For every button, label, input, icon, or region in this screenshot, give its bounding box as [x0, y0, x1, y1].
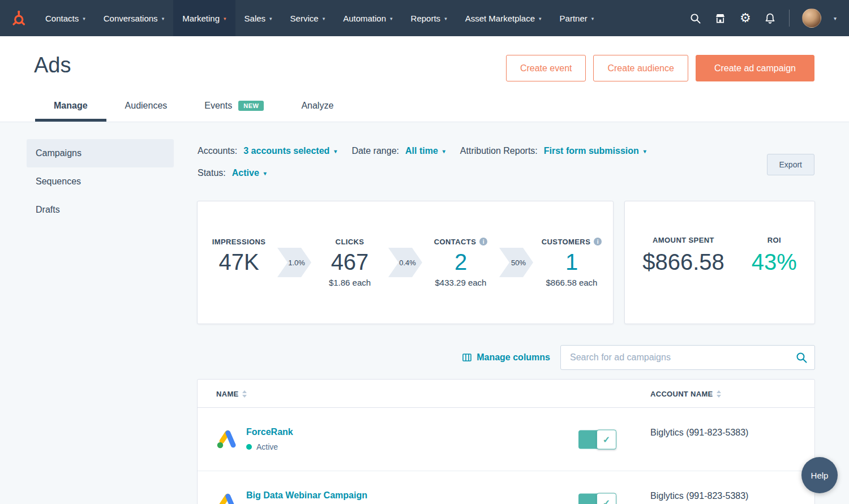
page-tabs: Manage Audiences EventsNEW Analyze — [35, 92, 352, 122]
search-icon[interactable] — [689, 12, 702, 24]
notifications-bell-icon[interactable] — [764, 12, 777, 24]
filter-row: Accounts: 3 accounts selected▾ Date rang… — [198, 146, 661, 156]
content-area: Campaigns Sequences Drafts Accounts: 3 a… — [0, 122, 849, 504]
toggle-check-icon: ✓ — [597, 493, 616, 504]
nav-item-contacts[interactable]: Contacts▾ — [36, 0, 95, 36]
status-filter-dropdown[interactable]: Active▾ — [232, 168, 267, 178]
account-name-cell: Biglytics (991-823-5383) — [650, 491, 748, 501]
campaign-toggle[interactable]: ✓ — [578, 430, 616, 449]
create-audience-button[interactable]: Create audience — [593, 55, 688, 81]
manage-columns-button[interactable]: Manage columns — [462, 352, 550, 363]
marketplace-icon[interactable] — [714, 12, 727, 24]
accounts-filter-dropdown[interactable]: 3 accounts selected▾ — [243, 146, 337, 156]
attribution-filter-value: First form submission — [544, 146, 639, 156]
nav-label: Conversations — [104, 14, 158, 23]
settings-gear-icon[interactable]: ⚙ — [739, 12, 752, 24]
column-header-account-name[interactable]: ACCOUNT NAME — [650, 380, 721, 408]
sidebar-item-sequences[interactable]: Sequences — [27, 167, 174, 196]
nav-label: Asset Marketplace — [465, 14, 535, 23]
amount-spent-value: $866.58 — [642, 247, 724, 277]
create-ad-campaign-button[interactable]: Create ad campaign — [696, 55, 814, 81]
export-button[interactable]: Export — [767, 154, 814, 175]
table-row: ForceRank Active ✓ Biglytics (991-823-53… — [198, 408, 814, 471]
contacts-value[interactable]: 2 — [454, 247, 467, 277]
toggle-check-icon: ✓ — [597, 429, 616, 449]
status-filter-value: Active — [232, 168, 259, 178]
nav-item-reports[interactable]: Reports▾ — [402, 0, 456, 36]
status-filter-label: Status: — [198, 168, 226, 178]
customers-value[interactable]: 1 — [565, 247, 578, 277]
sidebar-item-drafts[interactable]: Drafts — [27, 196, 174, 224]
nav-item-service[interactable]: Service▾ — [281, 0, 335, 36]
create-event-button[interactable]: Create event — [506, 55, 586, 81]
sidebar-item-campaigns[interactable]: Campaigns — [27, 139, 174, 167]
sort-icon — [717, 390, 721, 398]
info-icon[interactable]: i — [479, 238, 487, 245]
date-range-filter-label: Date range: — [351, 146, 399, 156]
funnel-rate-chevron: 1.0% — [277, 248, 311, 277]
customers-each: $866.58 each — [546, 278, 598, 289]
customers-label: CUSTOMERSi — [542, 236, 602, 247]
table-row: Big Data Webinar Campaign Active ✓ Bigly… — [198, 471, 814, 504]
clicks-label: CLICKS — [336, 236, 365, 247]
accounts-filter-value: 3 accounts selected — [243, 146, 329, 156]
chevron-down-icon: ▾ — [224, 16, 226, 21]
nav-label: Automation — [343, 14, 386, 23]
search-icon[interactable] — [795, 351, 808, 366]
amount-spent-block: AMOUNT SPENT $866.58 — [642, 236, 724, 289]
date-range-filter: Date range: All time▾ — [351, 146, 445, 156]
google-ads-icon — [216, 430, 237, 449]
sort-icon — [242, 390, 247, 398]
campaign-info: ForceRank Active — [246, 427, 293, 451]
page-header: Ads Create event Create audience Create … — [0, 36, 849, 122]
table-controls: Manage columns — [197, 345, 815, 370]
customers-label-text: CUSTOMERS — [542, 238, 590, 246]
tab-events[interactable]: EventsNEW — [186, 92, 282, 122]
chevron-down-icon: ▾ — [591, 16, 594, 21]
nav-item-marketing[interactable]: Marketing▾ — [173, 0, 235, 36]
column-header-name[interactable]: NAME — [216, 380, 247, 408]
help-button[interactable]: Help — [801, 457, 838, 493]
attribution-filter-dropdown[interactable]: First form submission▾ — [544, 146, 646, 156]
tab-audiences[interactable]: Audiences — [106, 92, 186, 122]
clicks-value: 467 — [331, 247, 369, 277]
account-name-cell: Biglytics (991-823-5383) — [650, 428, 748, 438]
nav-label: Service — [290, 14, 319, 23]
date-range-filter-dropdown[interactable]: All time▾ — [405, 146, 445, 156]
attribution-filter-label: Attribution Reports: — [460, 146, 538, 156]
date-range-filter-value: All time — [405, 146, 438, 156]
nav-label: Marketing — [182, 14, 220, 23]
new-badge: NEW — [238, 101, 264, 111]
chevron-down-icon: ▾ — [390, 16, 393, 21]
column-header-label: ACCOUNT NAME — [650, 390, 713, 398]
header-actions: Create event Create audience Create ad c… — [506, 55, 814, 81]
campaign-status-label: Active — [256, 442, 278, 451]
nav-item-partner[interactable]: Partner▾ — [551, 0, 603, 36]
contacts-label-text: CONTACTS — [434, 238, 476, 246]
nav-item-sales[interactable]: Sales▾ — [235, 0, 281, 36]
roi-block: ROI 43% — [752, 236, 797, 289]
filter-bar: Accounts: 3 accounts selected▾ Date rang… — [198, 146, 661, 190]
nav-item-automation[interactable]: Automation▾ — [334, 0, 401, 36]
account-chevron-down-icon[interactable]: ▾ — [834, 15, 837, 21]
funnel-rate-chevron: 0.4% — [388, 248, 422, 277]
filter-row: Status: Active▾ — [198, 168, 661, 178]
tab-manage[interactable]: Manage — [35, 92, 106, 122]
nav-divider — [789, 10, 790, 27]
campaign-toggle[interactable]: ✓ — [578, 493, 616, 504]
info-icon[interactable]: i — [594, 238, 602, 245]
amount-spent-label: AMOUNT SPENT — [653, 236, 714, 247]
tab-analyze[interactable]: Analyze — [282, 92, 352, 122]
user-avatar[interactable] — [802, 8, 821, 28]
nav-item-conversations[interactable]: Conversations▾ — [95, 0, 173, 36]
sidebar: Campaigns Sequences Drafts — [27, 139, 174, 224]
hubspot-logo-icon[interactable] — [0, 0, 36, 36]
nav-item-asset-marketplace[interactable]: Asset Marketplace▾ — [456, 0, 551, 36]
campaign-name-link[interactable]: Big Data Webinar Campaign — [246, 490, 367, 501]
chevron-down-icon: ▾ — [264, 171, 267, 176]
nav-menu: Contacts▾ Conversations▾ Marketing▾ Sale… — [36, 0, 603, 36]
accounts-filter-label: Accounts: — [198, 146, 237, 156]
chevron-down-icon: ▾ — [323, 16, 325, 21]
campaign-name-link[interactable]: ForceRank — [246, 427, 293, 437]
campaign-search-input[interactable] — [560, 345, 815, 370]
